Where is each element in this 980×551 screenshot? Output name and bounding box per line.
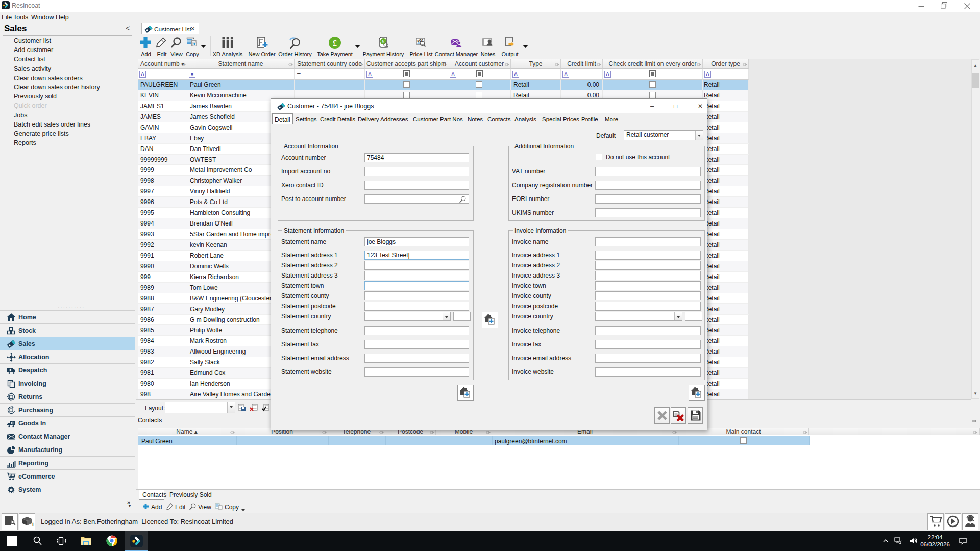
svg-text:i: i xyxy=(32,521,34,527)
svg-text:£: £ xyxy=(333,39,337,47)
